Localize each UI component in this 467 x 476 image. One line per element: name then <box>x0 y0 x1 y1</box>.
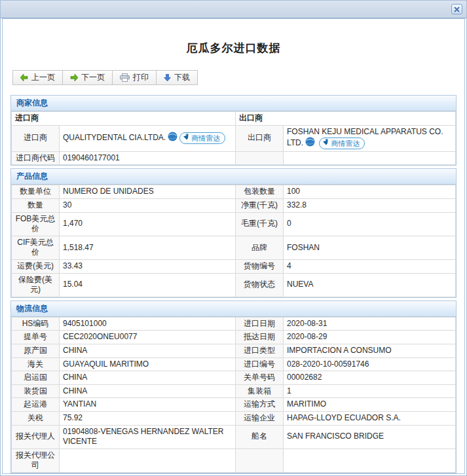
field-value: 0190460177001 <box>60 151 236 165</box>
field-label: 进口日期 <box>236 317 284 331</box>
radar-badge[interactable]: 商情雷达 <box>319 137 365 149</box>
field-label: 进口商代码 <box>12 151 60 165</box>
field-label: 报关代理人 <box>12 425 60 449</box>
table-row: 运费(美元) 33.43 货物编号 4 <box>12 259 456 273</box>
merchant-table: 进口商 出口商 进口商 QUALITYDENTAL CIA.LTDA.商情雷达 … <box>11 111 456 165</box>
table-row: 进口商代码 0190460177001 <box>12 151 456 165</box>
next-page-label: 下一页 <box>81 72 105 83</box>
field-value: 028-2020-10-00591746 <box>284 357 456 371</box>
field-label: 数量 <box>12 199 60 213</box>
logistics-table: HS编码 9405101000 进口日期 2020-08-31 提单号 CEC2… <box>11 317 456 473</box>
field-value: 30 <box>60 199 236 213</box>
table-row: 关税 75.92 运输企业 HAPAG-LLOYD ECUADOR S.A. <box>12 411 456 425</box>
table-row: CIF美元总价 1,518.47 品牌 FOSHAN <box>12 236 456 259</box>
field-label: HS编码 <box>12 317 60 331</box>
download-button[interactable]: 下载 <box>156 70 198 85</box>
field-label: 运输企业 <box>236 411 284 425</box>
print-button[interactable]: 打印 <box>112 70 157 85</box>
field-value: 100 <box>284 185 456 199</box>
dialog-panel: 厄瓜多尔进口数据 上一页 下一页 打印 <box>2 18 465 474</box>
field-value: MARITIMO <box>284 398 456 412</box>
field-label: 货物状态 <box>236 273 284 297</box>
field-value: 15.04 <box>60 273 236 297</box>
field-label: 进口类型 <box>236 344 284 357</box>
importer-column-header: 进口商 <box>12 112 236 126</box>
arrow-down-icon <box>164 74 171 82</box>
field-value <box>284 449 456 472</box>
radar-badge[interactable]: 商情雷达 <box>179 132 225 144</box>
table-row: 保险费(美元) 15.04 货物状态 NUEVA <box>12 273 456 297</box>
table-row: 起运港 YANTIAN 运输方式 MARITIMO <box>12 398 456 412</box>
next-page-button[interactable]: 下一页 <box>62 70 113 85</box>
prev-page-button[interactable]: 上一页 <box>12 70 63 85</box>
field-value: HAPAG-LLOYD ECUADOR S.A. <box>284 411 456 425</box>
field-value <box>284 151 456 165</box>
field-value: 2020-08-29 <box>284 331 456 344</box>
field-label: 海关 <box>12 357 60 371</box>
field-label: 运输方式 <box>236 398 284 412</box>
table-row: 数量 30 净重(千克) 332.8 <box>12 199 456 213</box>
table-row: 数量单位 NUMERO DE UNIDADES 包装数量 100 <box>12 185 456 199</box>
section-merchant: 商家信息 进口商 出口商 进口商 QUALITYDENTAL CIA.LTDA.… <box>10 95 457 166</box>
field-value: 01904808-VENEGAS HERNANDEZ WALTER VICENT… <box>60 425 236 449</box>
field-value: CEC2020ONEU0077 <box>60 331 236 344</box>
section-header-product: 产品信息 <box>11 169 456 185</box>
radar-icon <box>183 134 190 143</box>
section-product: 产品信息 数量单位 NUMERO DE UNIDADES 包装数量 100 数量… <box>10 168 457 297</box>
field-value: GUAYAQUIL MARITIMO <box>60 357 236 371</box>
field-label: 进口商 <box>12 125 60 151</box>
field-value: SAN FRANCISCO BRIDGE <box>284 425 456 449</box>
table-row: 报关代理人 01904808-VENEGAS HERNANDEZ WALTER … <box>12 425 456 449</box>
field-label: 货物编号 <box>236 259 284 273</box>
globe-icon[interactable] <box>305 139 315 149</box>
table-row: FOB美元总价 1,470 毛重(千克) 0 <box>12 212 456 236</box>
field-label: 进口编号 <box>236 357 284 371</box>
field-value: 9405101000 <box>60 317 236 331</box>
field-value: CHINA <box>60 344 236 357</box>
field-label: 出口商 <box>236 125 284 151</box>
exporter-column-header: 出口商 <box>236 112 456 126</box>
field-label: 品牌 <box>236 236 284 259</box>
field-label: 船名 <box>236 425 284 449</box>
field-label: 集装箱 <box>236 384 284 398</box>
section-header-logistics: 物流信息 <box>11 301 456 317</box>
detail-content: 商家信息 进口商 出口商 进口商 QUALITYDENTAL CIA.LTDA.… <box>3 95 464 476</box>
field-value: 4 <box>284 259 456 273</box>
radar-badge-label: 商情雷达 <box>331 139 360 148</box>
table-row: 原产国 CHINA 进口类型 IMPORTACION A CONSUMO <box>12 344 456 357</box>
field-value: 75.92 <box>60 411 236 425</box>
field-label <box>236 449 284 472</box>
table-row: 报关代理公司 <box>12 449 456 472</box>
field-label: 毛重(千克) <box>236 212 284 236</box>
toolbar: 上一页 下一页 打印 下载 <box>12 70 197 85</box>
field-value: 00002682 <box>284 371 456 385</box>
globe-icon[interactable] <box>168 134 177 143</box>
exporter-value-cell: FOSHAN KEJU MEDICAL APPARATUS CO. LTD. 商… <box>284 125 456 151</box>
field-value: CHINA <box>60 384 236 398</box>
field-value <box>60 449 236 472</box>
field-value: NUEVA <box>284 273 456 297</box>
close-icon <box>454 3 460 15</box>
field-value: YANTIAN <box>60 398 236 412</box>
field-label: 净重(千克) <box>236 199 284 213</box>
field-value: FOSHAN <box>284 236 456 259</box>
close-button[interactable] <box>451 4 462 14</box>
field-label: 报关代理公司 <box>12 449 60 472</box>
field-value: 332.8 <box>284 199 456 213</box>
field-label: 保险费(美元) <box>12 273 60 297</box>
field-label: CIF美元总价 <box>12 236 60 259</box>
table-row: 启运国 CHINA 关单号码 00002682 <box>12 371 456 385</box>
dialog-titlebar <box>1 1 466 18</box>
field-label: 提单号 <box>12 331 60 344</box>
table-row: 海关 GUAYAQUIL MARITIMO 进口编号 028-2020-10-0… <box>12 357 456 371</box>
field-value: 1,518.47 <box>60 236 236 259</box>
import-data-dialog: { "window": {"title": "厄瓜多尔进口数据"}, "tool… <box>0 0 467 476</box>
product-table: 数量单位 NUMERO DE UNIDADES 包装数量 100 数量 30 净… <box>11 185 456 297</box>
field-label: 包装数量 <box>236 185 284 199</box>
field-label: 关税 <box>12 411 60 425</box>
arrow-left-icon <box>20 74 28 81</box>
printer-icon <box>120 73 130 82</box>
field-label: 装货国 <box>12 384 60 398</box>
field-value: 0 <box>284 212 456 236</box>
table-row: 装货国 CHINA 集装箱 1 <box>12 384 456 398</box>
